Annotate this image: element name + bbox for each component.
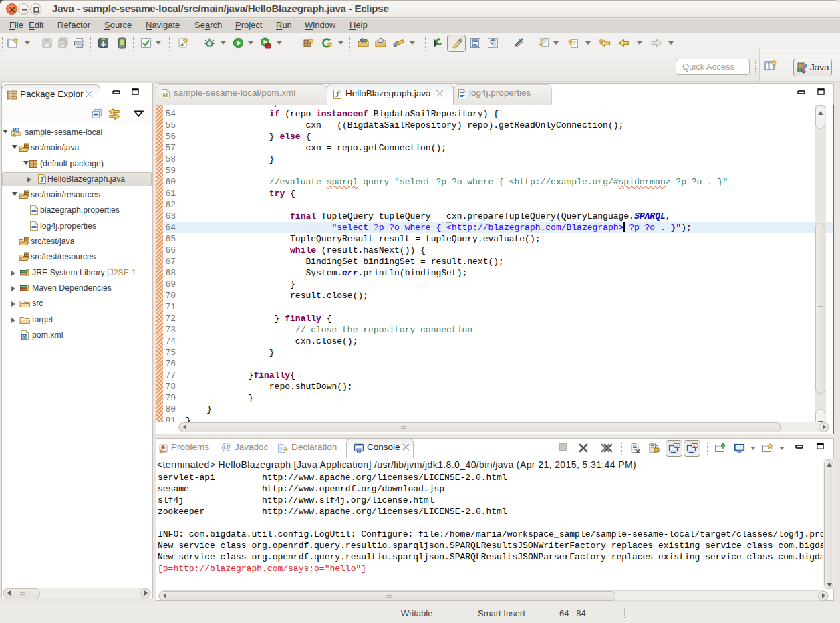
svg-text:J: J bbox=[17, 128, 19, 132]
svg-text:J: J bbox=[804, 62, 807, 69]
svg-text:a: a bbox=[180, 39, 184, 47]
